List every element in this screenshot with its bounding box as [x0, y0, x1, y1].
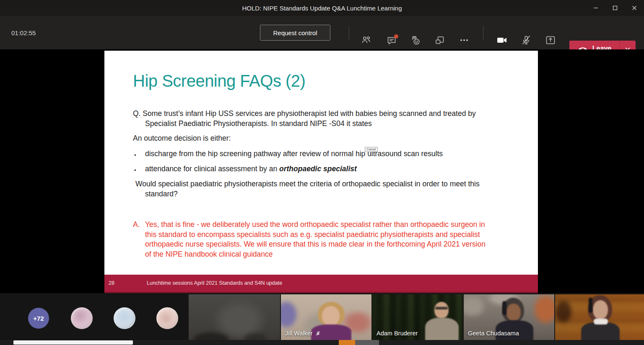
video-tile-unnamed[interactable]: [189, 294, 280, 340]
participant-avatar[interactable]: [114, 307, 135, 329]
chat-button[interactable]: [383, 32, 400, 49]
maximize-icon: [613, 5, 618, 10]
followup-line: standard?: [135, 189, 480, 199]
bullet-item-attendance: • attendance for clinical assessment by …: [134, 164, 357, 175]
lace-collar: [594, 319, 608, 324]
slide-page-number: 28: [109, 280, 114, 286]
mic-muted-icon: [315, 331, 321, 336]
video-tile-jill-walker[interactable]: Jill Walker: [281, 294, 371, 340]
participant-avatar[interactable]: [71, 307, 93, 329]
more-options-icon: [459, 35, 470, 46]
slide-footer-bar: 28 Lunchtime sessions April 2021 Standar…: [104, 275, 538, 293]
person-silhouette: [425, 318, 459, 340]
filmstrip-scrollbar[interactable]: [0, 340, 644, 345]
toolbar-separator: [483, 26, 483, 40]
slide-footer-text: Lunchtime sessions April 2021 Standards …: [147, 280, 282, 286]
answer-line: Yes, that is fine - we deliberately used…: [145, 220, 486, 230]
participant-name: Jill Walker: [285, 330, 313, 337]
person-silhouette: [506, 304, 521, 321]
scrollbar-thumb[interactable]: [13, 340, 133, 345]
more-options-button[interactable]: [456, 32, 473, 49]
scrollbar-grey-segment: [355, 340, 379, 345]
participant-name: Adam Bruderer: [377, 330, 418, 337]
video-tile-geeta-chudasama[interactable]: Geeta Chudasama: [464, 294, 554, 340]
answer-label: A.: [133, 220, 140, 230]
teams-meeting-window: HOLD: NIPE Standards Update Q&A Lunchtim…: [0, 0, 644, 345]
participant-filmstrip: +72 Jill Walker: [0, 293, 644, 340]
window-controls: [586, 0, 644, 16]
shared-content-stage: Hip Screening FAQs (2) Q. Some trust’s i…: [0, 49, 644, 293]
toolbar-separator: [349, 26, 349, 40]
answer-line: of the NIPE handbook clinical guidance: [145, 250, 486, 260]
video-tile-adam-bruderer[interactable]: Adam Bruderer: [372, 294, 463, 340]
participant-name-label: Adam Bruderer: [377, 330, 418, 337]
chat-notification-dot: [394, 34, 398, 39]
bullet-text-emphasis: orthopaedic specialist: [279, 165, 357, 173]
person-silhouette: [581, 322, 620, 340]
person-silhouette: [322, 306, 340, 326]
share-screen-button[interactable]: [542, 32, 559, 49]
participant-name-label: Geeta Chudasama: [468, 330, 519, 337]
breakout-rooms-button[interactable]: [431, 32, 448, 49]
mic-button[interactable]: [518, 32, 535, 49]
person-silhouette: [593, 300, 608, 319]
bullet-marker: •: [134, 149, 145, 160]
participants-button[interactable]: [358, 32, 374, 49]
bullet-text-plain: attendance for clinical assessment by an: [145, 165, 279, 173]
headset: [502, 301, 506, 315]
slide-question-paragraph: Q. Some trust’s infant Hip USS services …: [133, 109, 476, 129]
share-screen-icon: [545, 34, 556, 46]
camera-button[interactable]: [493, 32, 510, 49]
request-control-button[interactable]: Request control: [260, 25, 330, 41]
reactions-raise-hand-icon: [409, 34, 421, 46]
followup-line: Would specialist paediatric physiotherap…: [135, 179, 480, 189]
bullet-item-discharge: • discharge from the hip screening pathw…: [134, 149, 443, 160]
presentation-slide: Hip Screening FAQs (2) Q. Some trust’s i…: [104, 51, 538, 293]
answer-line: this standard to encompass specialists s…: [145, 230, 486, 240]
close-button[interactable]: [625, 0, 644, 16]
cancel-tooltip-artifact: Cancel: [365, 147, 378, 152]
meeting-toolbar: 01:02:55 Request control: [0, 16, 644, 49]
bullet-text: attendance for clinical assessment by an…: [145, 164, 357, 175]
slide-title: Hip Screening FAQs (2): [133, 72, 305, 90]
slide-answer-paragraph: A. Yes, that is fine - we deliberately u…: [133, 220, 486, 259]
video-tile-unnamed[interactable]: [555, 294, 644, 340]
participant-name: Geeta Chudasama: [468, 330, 519, 337]
minimize-icon: [593, 5, 598, 10]
answer-line: orthopaedic nurse specialists. We will e…: [145, 239, 486, 250]
window-title: HOLD: NIPE Standards Update Q&A Lunchtim…: [242, 5, 402, 12]
outcome-intro-text: An outcome decision is either:: [133, 134, 231, 144]
video-feed: [189, 294, 280, 340]
question-line: Specialist Paediatric Physiotherapists. …: [133, 119, 476, 129]
minimize-button[interactable]: [586, 0, 605, 16]
window-titlebar: HOLD: NIPE Standards Update Q&A Lunchtim…: [0, 0, 644, 16]
mic-muted-icon: [520, 34, 532, 46]
question-line: Q. Some trust’s infant Hip USS services …: [133, 109, 476, 119]
participants-icon: [361, 35, 371, 46]
scrollbar-orange-segment: [339, 340, 355, 345]
headset: [589, 298, 592, 313]
meeting-timer: 01:02:55: [11, 16, 36, 49]
slide-followup-question: Would specialist paediatric physiotherap…: [135, 179, 480, 199]
participant-avatar[interactable]: [156, 307, 178, 329]
answer-lines: Yes, that is fine - we deliberately used…: [133, 220, 486, 259]
breakout-rooms-icon: [434, 35, 445, 46]
maximize-button[interactable]: [605, 0, 625, 16]
participant-name-label: Jill Walker: [285, 330, 321, 337]
camera-on-icon: [496, 34, 508, 46]
reactions-button[interactable]: [407, 32, 423, 49]
glasses: [435, 307, 448, 309]
person-silhouette: [434, 302, 449, 319]
close-icon: [632, 5, 637, 10]
bullet-marker: •: [134, 164, 145, 175]
overflow-participants-badge[interactable]: +72: [28, 308, 49, 329]
bullet-text: discharge from the hip screening pathway…: [145, 149, 443, 160]
